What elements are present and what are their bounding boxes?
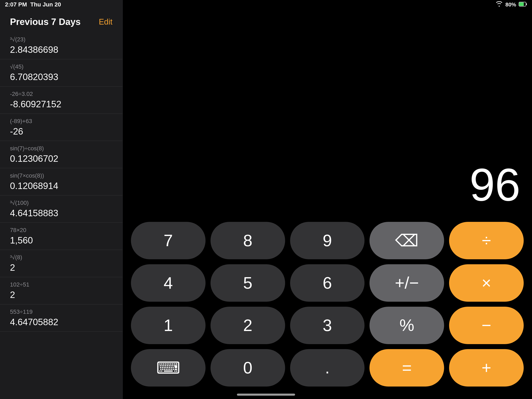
history-result: 6.70820393 — [10, 72, 112, 82]
three-button[interactable]: 3 — [290, 307, 365, 344]
equals-button[interactable]: = — [369, 349, 444, 386]
history-item[interactable]: ³√(100) 4.64158883 — [0, 195, 122, 223]
history-item[interactable]: -26÷3.02 -8.60927152 — [0, 86, 122, 114]
date: Thu Jun 20 — [30, 1, 61, 8]
home-indicator — [237, 394, 295, 396]
history-expression: sin(7)÷cos(8) — [10, 145, 112, 152]
history-expression: ³√(100) — [10, 200, 112, 206]
history-result: 1,560 — [10, 235, 112, 245]
history-result: 2 — [10, 262, 112, 273]
history-result: 2 — [10, 290, 112, 300]
eight-button[interactable]: 8 — [210, 222, 285, 259]
battery-icon — [519, 1, 527, 8]
battery-percent: 80% — [505, 1, 516, 8]
divide-button[interactable]: ÷ — [449, 222, 524, 259]
history-item[interactable]: (-89)+63 -26 — [0, 114, 122, 141]
display-area: 96 — [123, 0, 532, 218]
history-result: 0.12306702 — [10, 154, 112, 164]
button-grid: 789⌫÷456+/−×123%−⌨0.=+ — [123, 218, 532, 399]
history-item[interactable]: ³√(8) 2 — [0, 250, 122, 277]
status-bar: 2:07 PM Thu Jun 20 80% — [0, 0, 532, 9]
history-item[interactable]: sin(7)÷cos(8) 0.12306702 — [0, 141, 122, 168]
history-expression: √(45) — [10, 64, 112, 70]
one-button[interactable]: 1 — [131, 307, 206, 344]
svg-rect-1 — [526, 3, 527, 5]
history-result: 4.64158883 — [10, 208, 112, 218]
history-expression: 553÷119 — [10, 309, 112, 315]
time: 2:07 PM — [5, 1, 27, 8]
history-expression: sin(7×cos(8)) — [10, 172, 112, 179]
history-item[interactable]: 553÷119 4.64705882 — [0, 304, 122, 332]
history-item[interactable]: 78×20 1,560 — [0, 223, 122, 250]
history-item[interactable]: sin(7×cos(8)) 0.12068914 — [0, 168, 122, 195]
status-left: 2:07 PM Thu Jun 20 — [5, 1, 61, 8]
history-expression: 102÷51 — [10, 281, 112, 288]
nine-button[interactable]: 9 — [290, 222, 365, 259]
svg-rect-2 — [519, 2, 524, 6]
zero-button[interactable]: 0 — [210, 349, 285, 386]
history-item[interactable]: 102÷51 2 — [0, 277, 122, 304]
history-result: 2.84386698 — [10, 45, 112, 55]
decimal-button[interactable]: . — [290, 349, 365, 386]
edit-button[interactable]: Edit — [99, 18, 112, 26]
four-button[interactable]: 4 — [131, 264, 206, 302]
display-value: 96 — [469, 162, 520, 208]
history-expression: 78×20 — [10, 227, 112, 233]
history-result: 0.12068914 — [10, 181, 112, 191]
sidebar-title: Previous 7 Days — [10, 17, 81, 27]
history-expression: ³√(8) — [10, 254, 112, 261]
two-button[interactable]: 2 — [210, 307, 285, 344]
five-button[interactable]: 5 — [210, 264, 285, 302]
calculator-main: 96 789⌫÷456+/−×123%−⌨0.=+ — [123, 0, 532, 399]
history-expression: -26÷3.02 — [10, 91, 112, 97]
six-button[interactable]: 6 — [290, 264, 365, 302]
seven-button[interactable]: 7 — [131, 222, 206, 259]
history-expression: (-89)+63 — [10, 118, 112, 125]
plus-minus-button[interactable]: +/− — [369, 264, 444, 302]
multiply-button[interactable]: × — [449, 264, 524, 302]
subtract-button[interactable]: − — [449, 307, 524, 344]
history-list: ³√(23) 2.84386698 √(45) 6.70820393 -26÷3… — [0, 32, 122, 332]
percent-button[interactable]: % — [369, 307, 444, 344]
history-item[interactable]: ³√(23) 2.84386698 — [0, 32, 122, 59]
keyboard-button[interactable]: ⌨ — [131, 349, 206, 386]
sidebar-panel: Previous 7 Days Edit ³√(23) 2.84386698 √… — [0, 0, 123, 399]
history-result: -8.60927152 — [10, 99, 112, 109]
backspace-button[interactable]: ⌫ — [369, 222, 444, 259]
history-item[interactable]: √(45) 6.70820393 — [0, 59, 122, 86]
add-button[interactable]: + — [449, 349, 524, 386]
history-expression: ³√(23) — [10, 36, 112, 43]
wifi-icon — [495, 1, 503, 8]
history-result: 4.64705882 — [10, 317, 112, 327]
history-result: -26 — [10, 126, 112, 137]
status-right: 80% — [495, 1, 527, 8]
